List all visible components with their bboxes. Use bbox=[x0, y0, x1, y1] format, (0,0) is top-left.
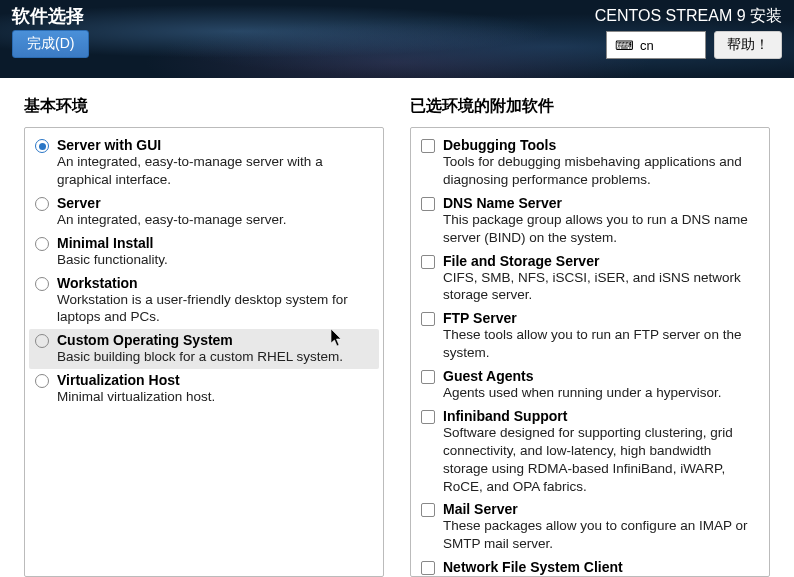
env-item-text: Virtualization HostMinimal virtualizatio… bbox=[57, 372, 373, 406]
env-item-text: Minimal InstallBasic functionality. bbox=[57, 235, 373, 269]
checkbox-icon bbox=[421, 561, 435, 575]
keyboard-layout-selector[interactable]: ⌨ cn bbox=[606, 31, 706, 59]
env-item-desc: Basic functionality. bbox=[57, 252, 168, 267]
addon-item-desc: These tools allow you to run an FTP serv… bbox=[443, 327, 741, 360]
addon-item[interactable]: DNS Name ServerThis package group allows… bbox=[415, 192, 765, 250]
addon-item-text: File and Storage ServerCIFS, SMB, NFS, i… bbox=[443, 253, 759, 305]
checkbox-icon bbox=[421, 503, 435, 517]
radio-icon bbox=[35, 374, 49, 388]
addons-list[interactable]: Debugging ToolsTools for debugging misbe… bbox=[410, 127, 770, 577]
content-area: 基本环境 Server with GUIAn integrated, easy-… bbox=[0, 78, 794, 577]
radio-icon bbox=[35, 277, 49, 291]
addon-item-name: File and Storage Server bbox=[443, 253, 599, 269]
addon-item[interactable]: Mail ServerThese packages allow you to c… bbox=[415, 498, 765, 556]
checkbox-icon bbox=[421, 370, 435, 384]
addon-item[interactable]: Infiniband SupportSoftware designed for … bbox=[415, 405, 765, 499]
env-item-desc: Basic building block for a custom RHEL s… bbox=[57, 349, 343, 364]
env-item-text: ServerAn integrated, easy-to-manage serv… bbox=[57, 195, 373, 229]
addon-item-desc: Agents used when running under a hypervi… bbox=[443, 385, 721, 400]
addon-item-text: Network File System Client bbox=[443, 559, 759, 575]
env-item[interactable]: Server with GUIAn integrated, easy-to-ma… bbox=[29, 134, 379, 192]
help-button[interactable]: 帮助！ bbox=[714, 31, 782, 59]
base-environment-list[interactable]: Server with GUIAn integrated, easy-to-ma… bbox=[24, 127, 384, 577]
addon-item-text: Infiniband SupportSoftware designed for … bbox=[443, 408, 759, 496]
checkbox-icon bbox=[421, 139, 435, 153]
keyboard-icon: ⌨ bbox=[615, 38, 634, 53]
env-item-name: Virtualization Host bbox=[57, 372, 180, 388]
product-name: CENTOS STREAM 9 安装 bbox=[595, 6, 782, 27]
env-item[interactable]: Minimal InstallBasic functionality. bbox=[29, 232, 379, 272]
addon-item-text: FTP ServerThese tools allow you to run a… bbox=[443, 310, 759, 362]
base-environment-heading: 基本环境 bbox=[24, 96, 384, 117]
addon-item-name: Debugging Tools bbox=[443, 137, 556, 153]
addon-item-name: Mail Server bbox=[443, 501, 518, 517]
keyboard-layout-label: cn bbox=[640, 38, 654, 53]
addons-heading: 已选环境的附加软件 bbox=[410, 96, 770, 117]
addon-item[interactable]: Debugging ToolsTools for debugging misbe… bbox=[415, 134, 765, 192]
env-item-name: Custom Operating System bbox=[57, 332, 233, 348]
addon-item-desc: CIFS, SMB, NFS, iSCSI, iSER, and iSNS ne… bbox=[443, 270, 741, 303]
addons-column: 已选环境的附加软件 Debugging ToolsTools for debug… bbox=[410, 96, 770, 577]
base-environment-column: 基本环境 Server with GUIAn integrated, easy-… bbox=[24, 96, 384, 577]
addon-item-name: DNS Name Server bbox=[443, 195, 562, 211]
addon-item[interactable]: FTP ServerThese tools allow you to run a… bbox=[415, 307, 765, 365]
addon-item[interactable]: File and Storage ServerCIFS, SMB, NFS, i… bbox=[415, 250, 765, 308]
radio-icon bbox=[35, 237, 49, 251]
done-button[interactable]: 完成(D) bbox=[12, 30, 89, 58]
header-right: CENTOS STREAM 9 安装 ⌨ cn 帮助！ bbox=[595, 6, 782, 59]
checkbox-icon bbox=[421, 410, 435, 424]
addon-item[interactable]: Guest AgentsAgents used when running und… bbox=[415, 365, 765, 405]
addon-item-name: FTP Server bbox=[443, 310, 517, 326]
env-item-desc: Workstation is a user-friendly desktop s… bbox=[57, 292, 348, 325]
radio-icon bbox=[35, 334, 49, 348]
radio-icon bbox=[35, 139, 49, 153]
header-bar: 软件选择 完成(D) CENTOS STREAM 9 安装 ⌨ cn 帮助！ bbox=[0, 0, 794, 78]
env-item-name: Server with GUI bbox=[57, 137, 161, 153]
env-item[interactable]: ServerAn integrated, easy-to-manage serv… bbox=[29, 192, 379, 232]
addon-item-desc: This package group allows you to run a D… bbox=[443, 212, 748, 245]
env-item[interactable]: Virtualization HostMinimal virtualizatio… bbox=[29, 369, 379, 409]
env-item-name: Minimal Install bbox=[57, 235, 153, 251]
addon-item-text: DNS Name ServerThis package group allows… bbox=[443, 195, 759, 247]
env-item-text: WorkstationWorkstation is a user-friendl… bbox=[57, 275, 373, 327]
addon-item-desc: Tools for debugging misbehaving applicat… bbox=[443, 154, 742, 187]
env-item-text: Server with GUIAn integrated, easy-to-ma… bbox=[57, 137, 373, 189]
addon-item-name: Guest Agents bbox=[443, 368, 534, 384]
radio-icon bbox=[35, 197, 49, 211]
checkbox-icon bbox=[421, 197, 435, 211]
env-item-text: Custom Operating SystemBasic building bl… bbox=[57, 332, 373, 366]
checkbox-icon bbox=[421, 312, 435, 326]
addon-item-name: Network File System Client bbox=[443, 559, 623, 575]
checkbox-icon bbox=[421, 255, 435, 269]
addon-item-name: Infiniband Support bbox=[443, 408, 567, 424]
addon-item-text: Guest AgentsAgents used when running und… bbox=[443, 368, 759, 402]
addon-item-text: Debugging ToolsTools for debugging misbe… bbox=[443, 137, 759, 189]
env-item-name: Workstation bbox=[57, 275, 138, 291]
env-item[interactable]: WorkstationWorkstation is a user-friendl… bbox=[29, 272, 379, 330]
addon-item-desc: Software designed for supporting cluster… bbox=[443, 425, 733, 494]
env-item[interactable]: Custom Operating SystemBasic building bl… bbox=[29, 329, 379, 369]
env-item-name: Server bbox=[57, 195, 101, 211]
env-item-desc: An integrated, easy-to-manage server. bbox=[57, 212, 287, 227]
env-item-desc: An integrated, easy-to-manage server wit… bbox=[57, 154, 323, 187]
addon-item-desc: These packages allow you to configure an… bbox=[443, 518, 747, 551]
addon-item-text: Mail ServerThese packages allow you to c… bbox=[443, 501, 759, 553]
addon-item[interactable]: Network File System Client bbox=[415, 556, 765, 577]
env-item-desc: Minimal virtualization host. bbox=[57, 389, 215, 404]
